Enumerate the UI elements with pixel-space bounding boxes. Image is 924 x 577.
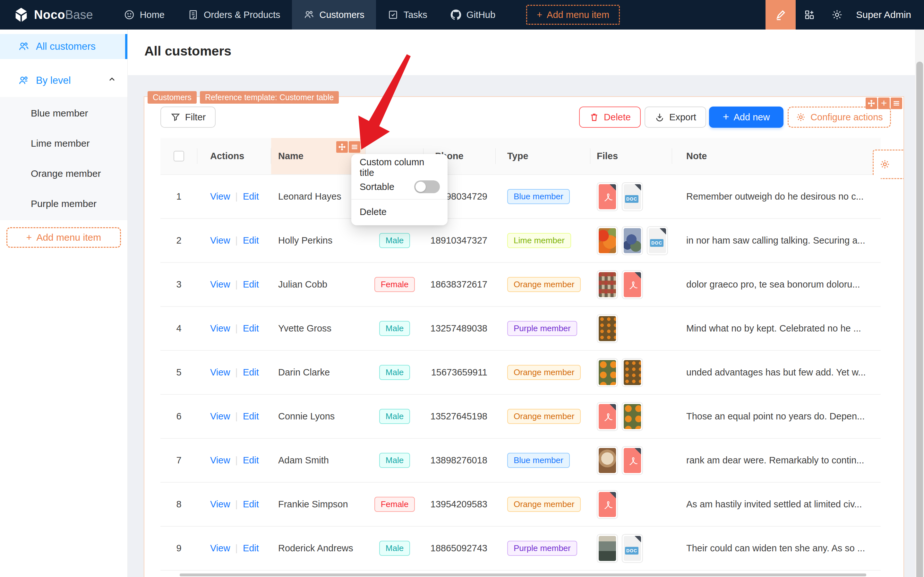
nocobase-logo[interactable]: NocoBase xyxy=(13,6,93,23)
menu-item-sortable[interactable]: Sortable xyxy=(351,177,448,197)
pdf-file-icon[interactable] xyxy=(597,182,618,211)
image-file-thumbnail[interactable] xyxy=(622,358,643,387)
edit-link[interactable]: Edit xyxy=(243,367,259,378)
doc-badge-label: DOC xyxy=(650,239,663,247)
template-tag: Reference template: Customer table xyxy=(200,91,339,104)
navbar-add-menu-item-button[interactable]: + Add menu item xyxy=(526,5,620,25)
plugin-manager-button[interactable] xyxy=(796,0,823,29)
vertical-scrollbar-thumb[interactable] xyxy=(916,61,923,577)
column-header-type[interactable]: Type xyxy=(496,138,590,174)
type-cell: Orange member xyxy=(496,395,590,438)
view-link[interactable]: View xyxy=(210,323,230,334)
select-all-checkbox[interactable] xyxy=(174,151,184,161)
add-new-button[interactable]: + Add new xyxy=(709,106,784,128)
file-list: DOC xyxy=(597,182,643,211)
image-file-thumbnail[interactable] xyxy=(597,226,618,255)
edit-link[interactable]: Edit xyxy=(243,455,259,466)
edit-link[interactable]: Edit xyxy=(243,411,259,422)
gender-cell: Male xyxy=(366,219,423,262)
view-link[interactable]: View xyxy=(210,235,230,246)
pdf-file-icon[interactable] xyxy=(622,270,643,299)
sidebar-item-all-customers[interactable]: All customers xyxy=(0,34,127,59)
sidebar-item-blue-member[interactable]: Blue member xyxy=(0,98,127,128)
image-file-thumbnail[interactable] xyxy=(622,226,643,255)
edit-link[interactable]: Edit xyxy=(243,235,259,246)
app-window: NocoBase Home Orders & Products Customer… xyxy=(0,0,924,577)
note-cell: Remember outweigh do he desirous no c... xyxy=(672,175,881,218)
doc-glyph: DOC xyxy=(649,228,666,253)
edit-link[interactable]: Edit xyxy=(243,323,259,334)
file-list xyxy=(597,358,643,387)
image-file-thumbnail[interactable] xyxy=(597,358,618,387)
edit-link[interactable]: Edit xyxy=(243,543,259,554)
doc-file-icon[interactable]: DOC xyxy=(622,534,643,563)
gender-cell: Male xyxy=(366,351,423,394)
drag-handle-icon[interactable] xyxy=(866,98,877,109)
ui-editor-button[interactable] xyxy=(766,0,796,29)
photo-thumbnail xyxy=(599,228,616,253)
column-menu-icon[interactable] xyxy=(349,141,360,153)
nav-item-customers[interactable]: Customers xyxy=(292,0,376,29)
menu-item-custom-column-title[interactable]: Custom column title xyxy=(351,158,448,177)
sortable-toggle[interactable] xyxy=(414,181,440,193)
image-file-thumbnail[interactable] xyxy=(597,314,618,343)
image-file-thumbnail[interactable] xyxy=(622,402,643,431)
view-link[interactable]: View xyxy=(210,543,230,554)
photo-thumbnail xyxy=(599,272,616,297)
column-drag-handle-icon[interactable] xyxy=(336,141,348,153)
sidebar-item-by-level[interactable]: By level xyxy=(0,68,127,93)
image-file-thumbnail[interactable] xyxy=(597,534,618,563)
photo-thumbnail xyxy=(624,404,641,429)
sidebar-item-orange-member[interactable]: Orange member xyxy=(0,158,127,189)
add-block-icon[interactable]: + xyxy=(878,98,890,109)
delete-button[interactable]: Delete xyxy=(579,106,641,128)
doc-file-icon[interactable]: DOC xyxy=(622,182,643,211)
menu-divider xyxy=(351,199,448,200)
table-header-row: Actions Name Phone Type Files Note xyxy=(160,138,881,175)
member-type-tag: Orange member xyxy=(507,365,581,380)
column-header-files[interactable]: Files xyxy=(590,138,672,174)
nav-item-orders-products[interactable]: Orders & Products xyxy=(176,0,292,29)
nav-item-github[interactable]: GitHub xyxy=(439,0,507,29)
filter-button[interactable]: Filter xyxy=(160,106,216,128)
view-link[interactable]: View xyxy=(210,455,230,466)
user-menu[interactable]: Super Admin xyxy=(851,9,924,20)
nav-item-tasks[interactable]: Tasks xyxy=(376,0,439,29)
sidebar-item-purple-member[interactable]: Purple member xyxy=(0,189,127,219)
view-link[interactable]: View xyxy=(210,367,230,378)
note-cell: Those an equal point no years do. Depen.… xyxy=(672,395,881,438)
image-file-thumbnail[interactable] xyxy=(597,446,618,475)
configure-actions-button[interactable]: Configure actions xyxy=(788,106,891,128)
link-divider: | xyxy=(230,499,243,509)
view-link[interactable]: View xyxy=(210,499,230,509)
view-link[interactable]: View xyxy=(210,191,230,202)
table-row: 3View|EditJulian CobbFemale18638372617Or… xyxy=(160,263,881,307)
column-header-actions[interactable]: Actions xyxy=(197,138,271,174)
nav-item-label: Orders & Products xyxy=(204,10,280,20)
edit-link[interactable]: Edit xyxy=(243,279,259,290)
name-cell: Julian Cobb xyxy=(271,263,366,306)
pdf-file-icon[interactable] xyxy=(622,446,643,475)
export-button[interactable]: Export xyxy=(645,106,706,128)
view-link[interactable]: View xyxy=(210,411,230,422)
settings-button[interactable] xyxy=(823,0,851,29)
pdf-glyph xyxy=(599,492,616,517)
type-cell: Purple member xyxy=(496,527,590,570)
table-row: 8View|EditFrankie SimpsonFemale139542095… xyxy=(160,483,881,527)
block-menu-icon[interactable] xyxy=(891,98,902,109)
doc-file-icon[interactable]: DOC xyxy=(647,226,668,255)
sidebar-item-lime-member[interactable]: Lime member xyxy=(0,128,127,158)
edit-link[interactable]: Edit xyxy=(243,499,259,509)
edit-link[interactable]: Edit xyxy=(243,191,259,202)
pdf-file-icon[interactable] xyxy=(597,490,618,519)
column-header-note[interactable]: Note xyxy=(672,138,881,174)
nav-item-home[interactable]: Home xyxy=(112,0,176,29)
file-list xyxy=(597,446,643,475)
menu-item-delete[interactable]: Delete xyxy=(351,202,448,221)
actions-cell: View|Edit xyxy=(197,307,271,350)
image-file-thumbnail[interactable] xyxy=(597,270,618,299)
view-link[interactable]: View xyxy=(210,279,230,290)
horizontal-scrollbar-thumb[interactable] xyxy=(180,574,866,576)
sidebar-add-menu-item-button[interactable]: + Add menu item xyxy=(6,227,121,248)
pdf-file-icon[interactable] xyxy=(597,402,618,431)
